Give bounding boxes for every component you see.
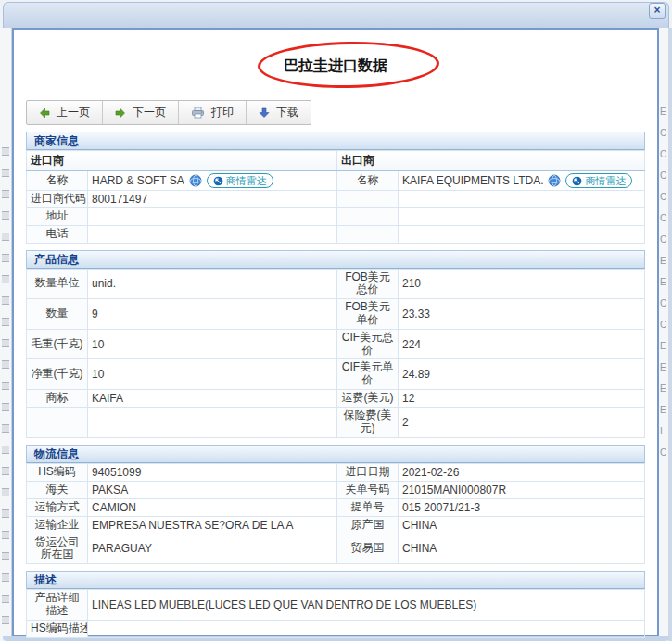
importer-header: 进口商	[27, 151, 337, 171]
next-page-label: 下一页	[133, 105, 166, 120]
field-value: 2	[399, 407, 645, 437]
table-row: 运输企业 EMPRESA NUESTRA SE?ORA DE LA A 原产国 …	[27, 516, 645, 534]
radar-icon	[572, 176, 582, 186]
field-value: unid.	[88, 269, 337, 299]
importer-name-cell: HARD & SOFT SA	[88, 171, 337, 191]
prev-page-button[interactable]: 上一页	[27, 101, 103, 124]
field-value	[88, 225, 337, 243]
radar-badge-label: 商情雷达	[585, 174, 626, 188]
field-value: CHINA	[399, 516, 645, 534]
field-label: 原产国	[337, 516, 399, 534]
background-left-strip	[0, 28, 12, 641]
field-label: 运输方式	[27, 498, 88, 516]
field-value: 10	[88, 359, 337, 390]
field-label	[337, 191, 399, 208]
field-value: PARAGUAY	[88, 534, 337, 564]
field-label: CIF美元单价	[337, 359, 399, 390]
description-section: 描述 产品详细描述 LINEAS LED MUEBLE(LUCES LED QU…	[26, 571, 645, 637]
toolbar: 上一页 下一页 打印	[26, 100, 311, 125]
field-value: KAIFA	[88, 389, 337, 407]
globe-icon[interactable]	[189, 174, 202, 187]
field-label	[337, 225, 399, 243]
field-label: 产品详细描述	[27, 590, 88, 621]
table-row: 数量单位 unid. FOB美元总价 210	[27, 269, 645, 299]
merchant-info-section: 商家信息 进口商 出口商 名称 HARD & SOFT SA	[26, 132, 645, 244]
field-value: LINEAS LED MUEBLE(LUCES LED QUE VAN DENT…	[88, 590, 645, 621]
radar-badge-label: 商情雷达	[226, 174, 267, 188]
field-label	[27, 407, 88, 437]
field-value: 015 20071/21-3	[399, 498, 645, 516]
field-value	[88, 208, 337, 226]
close-icon: ×	[653, 4, 660, 17]
page-title: 巴拉圭进口数据	[284, 57, 387, 76]
section-header: 商家信息	[26, 132, 645, 150]
logistics-table: HS编码 94051099 进口日期 2021-02-26 海关 PAKSA 关…	[26, 463, 645, 565]
field-label: HS编码	[27, 463, 88, 481]
product-info-section: 产品信息 数量单位 unid. FOB美元总价 210 数量 9 FOB美元单价…	[26, 250, 645, 438]
section-header: 产品信息	[26, 250, 645, 269]
field-label: 运费(美元)	[337, 389, 399, 407]
description-table: 产品详细描述 LINEAS LED MUEBLE(LUCES LED QUE V…	[26, 589, 645, 637]
field-value: 9	[88, 299, 337, 330]
field-label: 数量	[27, 299, 88, 330]
globe-icon[interactable]	[548, 174, 561, 187]
table-row: 产品详细描述 LINEAS LED MUEBLE(LUCES LED QUE V…	[27, 590, 645, 621]
field-value	[399, 191, 645, 208]
field-label: 进口商代码	[27, 191, 88, 208]
background-right-band	[668, 28, 672, 641]
exporter-name-cell: KAIFA EQUIPMENTS LTDA.	[399, 171, 645, 191]
field-value: 210	[399, 269, 645, 299]
field-label: FOB美元总价	[337, 269, 399, 299]
arrow-left-icon	[39, 107, 50, 119]
field-label: 关单号码	[337, 481, 399, 498]
printer-icon	[191, 107, 205, 119]
field-label: 电话	[27, 225, 88, 243]
field-value: 94051099	[88, 463, 337, 481]
business-radar-badge[interactable]: 商情雷达	[565, 173, 632, 188]
table-row: 商标 KAIFA 运费(美元) 12	[27, 389, 645, 407]
table-row: 电话	[27, 225, 645, 243]
exporter-header: 出口商	[337, 151, 645, 171]
import-data-dialog: 巴拉圭进口数据 上一页 下一页	[12, 28, 659, 636]
print-button[interactable]: 打印	[179, 101, 247, 124]
radar-icon	[213, 176, 223, 186]
window-titlebar	[3, 2, 669, 28]
field-value: 21015MANI000807R	[399, 481, 645, 498]
business-radar-badge[interactable]: 商情雷达	[207, 173, 273, 188]
importer-name: HARD & SOFT SA	[92, 174, 184, 187]
field-value	[399, 208, 645, 226]
merchant-table: 进口商 出口商 名称 HARD & SOFT SA	[26, 150, 645, 244]
arrow-right-icon	[115, 107, 126, 119]
arrow-down-icon	[259, 107, 270, 119]
field-value: 800171497	[88, 191, 337, 208]
next-page-button[interactable]: 下一页	[103, 101, 179, 124]
field-value	[88, 620, 645, 637]
field-value: CAMION	[88, 498, 337, 516]
field-label: 毛重(千克)	[27, 329, 88, 359]
field-label: 地址	[27, 208, 88, 226]
field-label: 海关	[27, 481, 88, 498]
field-value	[399, 225, 645, 243]
table-row: 数量 9 FOB美元单价 23.33	[27, 299, 645, 330]
download-button[interactable]: 下载	[247, 101, 311, 124]
logistics-info-section: 物流信息 HS编码 94051099 进口日期 2021-02-26 海关 PA…	[26, 445, 645, 565]
table-row: 进口商代码 800171497	[27, 191, 645, 208]
field-label: CIF美元总价	[337, 329, 399, 359]
table-row: 毛重(千克) 10 CIF美元总价 224	[27, 329, 645, 359]
field-value: PAKSA	[88, 481, 337, 498]
field-label: FOB美元单价	[337, 299, 399, 330]
field-value	[88, 407, 337, 437]
table-row: 进口商 出口商	[27, 151, 645, 171]
field-value: 24.89	[399, 359, 645, 390]
exporter-name: KAIFA EQUIPMENTS LTDA.	[402, 174, 543, 187]
close-button[interactable]: ×	[649, 3, 666, 19]
table-row: 海关 PAKSA 关单号码 21015MANI000807R	[27, 481, 645, 498]
field-label: 名称	[337, 171, 399, 191]
background-row-icons	[2, 134, 9, 635]
table-row: 名称 HARD & SOFT SA	[27, 171, 645, 191]
table-row: 保险费(美元) 2	[27, 407, 645, 437]
prev-page-label: 上一页	[57, 105, 90, 120]
product-table: 数量单位 unid. FOB美元总价 210 数量 9 FOB美元单价 23.3…	[26, 269, 645, 438]
table-row: 净重(千克) 10 CIF美元单价 24.89	[27, 359, 645, 390]
field-label: 贸易国	[337, 534, 399, 564]
